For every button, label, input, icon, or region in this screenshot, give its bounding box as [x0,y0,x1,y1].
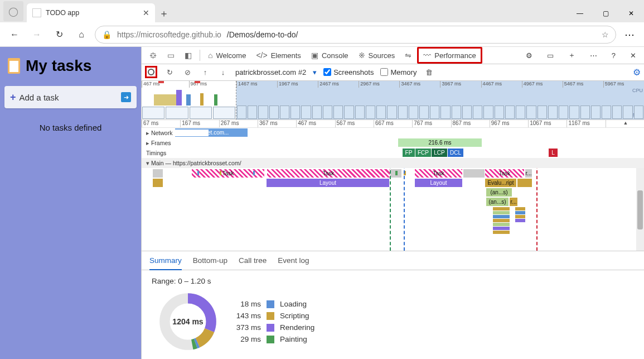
performance-toolbar: ↻ ⊘ ↑ ↓ patrickbrosset.com #2 ▾ Screensh… [142,64,644,81]
task-bar[interactable]: Task [267,169,390,178]
tab-welcome[interactable]: ⌂Welcome [204,47,250,64]
url-field[interactable]: 🔒 https://microsoftedge.github.io/Demos/… [95,26,616,44]
devtools-panel: ⯐ ▭ ◧ ⌂Welcome </>Elements ▣Console ※Sou… [141,47,644,359]
reload-button[interactable]: ↻ [50,26,68,44]
device-emulation-button[interactable]: ▭ [163,47,179,64]
network-track[interactable]: ▸ Network brosset.com... [142,128,644,138]
memory-toggle[interactable]: Memory [380,68,417,76]
tab-title: TODO app [46,9,79,17]
overview-cpu-label: CPU [632,88,643,93]
performance-overview[interactable]: 467 ms967 ms 1467 ms1967 [142,81,644,120]
inspect-element-button[interactable]: ⯐ [145,47,162,64]
tab-performance[interactable]: 〰Performance [417,47,482,64]
summary-total: 1204 ms [157,291,219,352]
tab-elements[interactable]: </>Elements [251,47,305,64]
main-thread-header[interactable]: ▾ Main — https://patrickbrosset.com/ [142,158,644,168]
summary-tab-eventlog[interactable]: Event log [278,256,309,265]
summary-tab-calltree[interactable]: Call tree [239,256,267,265]
home-button[interactable]: ⌂ [72,26,90,44]
minimize-button[interactable]: — [567,4,593,22]
detail-time-ruler[interactable]: 67 ms167 ms267 ms367 ms467 ms567 ms667 m… [142,120,644,128]
summary-donut-chart: 1204 ms [157,291,219,352]
tracks-area[interactable]: ▸ Network brosset.com... ▸ Frames 216.6 … [142,128,644,168]
flame-scrollbar[interactable] [636,168,644,251]
timing-load[interactable]: L [549,149,558,157]
legend-rendering: 373 msRendering [230,323,314,332]
page-favicon [32,8,41,17]
site-info-icon[interactable]: 🔒 [102,30,112,39]
dock-side-button[interactable]: ◧ [180,47,196,64]
settings-gear-icon[interactable]: ⚙ [521,47,537,64]
screenshots-toggle[interactable]: Screenshots [323,68,374,76]
anonymous-frame[interactable]: (an...s) [486,198,509,206]
close-devtools-button[interactable]: ✕ [626,47,641,64]
close-tab-icon[interactable]: ✕ [143,8,149,17]
timing-lcp[interactable]: LCP [432,149,447,157]
more-tabs-button[interactable]: ＋ [564,47,580,64]
load-profile-button[interactable]: ↑ [200,66,211,78]
tab-console[interactable]: ▣Console [307,47,353,64]
legend-painting: 29 msPainting [230,335,314,343]
flame-chart[interactable]: Task Task Task Task r... Layout Layout E… [142,168,644,251]
submit-task-icon[interactable]: ➜ [121,92,131,102]
devtools-tab-strip: ⯐ ▭ ◧ ⌂Welcome </>Elements ▣Console ※Sou… [142,47,644,64]
favorite-icon[interactable]: ☆ [602,30,609,39]
summary-range: Range: 0 – 1.20 s [152,277,634,285]
capture-settings-button[interactable]: ⚙ [633,67,641,78]
empty-state-text: No tasks defined [3,123,138,132]
browser-tab[interactable]: TODO app ✕ [27,3,155,22]
app-title: My tasks [26,57,91,75]
help-button[interactable]: ? [607,47,620,64]
profile-avatar[interactable]: ◯ [3,1,23,21]
devtools-menu-button[interactable]: ⋯ [585,47,602,64]
window-titlebar: ◯ TODO app ✕ ＋ — ▢ ✕ [0,0,644,22]
evaluate-script-bar[interactable]: Evalu...ript [485,179,516,187]
profile-selector[interactable]: patrickbrosset.com #2 [235,68,306,76]
tab-sources[interactable]: ※Sources [354,47,400,64]
todo-app-panel: My tasks + Add a task ➜ No tasks defined [0,47,141,359]
back-button[interactable]: ← [6,26,23,44]
address-bar: ← → ↻ ⌂ 🔒 https://microsoftedge.github.i… [0,22,644,47]
anonymous-frame[interactable]: (an...s) [486,188,512,197]
add-task-input[interactable]: + Add a task ➜ [4,86,137,108]
maximize-button[interactable]: ▢ [593,4,618,22]
timings-track[interactable]: Timings FP FCP LCP DCL L [142,148,644,158]
legend-scripting: 143 msScripting [230,312,314,320]
timing-fp[interactable]: FP [403,149,415,157]
summary-legend: 18 msLoading 143 msScripting 373 msRende… [230,300,314,343]
window-controls: — ▢ ✕ [567,4,644,22]
save-profile-button[interactable]: ↓ [217,66,229,78]
layout-bar[interactable]: Layout [415,179,462,187]
app-heading: My tasks [3,50,138,82]
new-tab-button[interactable]: ＋ [155,4,173,22]
record-button[interactable] [145,66,157,78]
reload-record-button[interactable]: ↻ [164,66,175,78]
frames-track[interactable]: ▸ Frames 216.6 ms [142,138,644,148]
forward-button[interactable]: → [28,26,46,44]
profile-dropdown-icon[interactable]: ▾ [313,68,317,76]
frame-bar[interactable]: 216.6 ms [398,138,482,147]
url-path: /Demos/demo-to-do/ [227,30,298,39]
task-bar[interactable]: Task [485,169,524,178]
legend-loading: 18 msLoading [230,300,314,308]
browser-menu-button[interactable]: ⋯ [621,28,638,41]
add-task-placeholder: Add a task [20,93,59,102]
clipboard-icon [8,58,20,74]
timing-dcl[interactable]: DCL [448,149,463,157]
summary-tab-strip: Summary Bottom-up Call tree Event log [142,251,644,270]
task-bar-small[interactable]: r... [525,169,532,178]
url-host: https://microsoftedge.github.io [117,30,221,39]
collect-garbage-button[interactable]: 🗑 [423,66,434,78]
clear-button[interactable]: ⊘ [182,66,193,78]
ruler-scroll-up[interactable]: ▲ [606,120,644,127]
timing-fcp[interactable]: FCP [415,149,431,157]
summary-tab-bottomup[interactable]: Bottom-up [193,256,227,265]
layout-bar[interactable]: Layout [267,179,389,187]
plus-icon: + [10,92,16,103]
tab-network-conditions[interactable]: ⇋ [400,47,416,64]
activity-bar-button[interactable]: ▭ [543,47,558,64]
close-window-button[interactable]: ✕ [618,4,644,22]
summary-tab-summary[interactable]: Summary [149,251,182,270]
task-bar[interactable]: Task [415,169,462,178]
summary-panel: Range: 0 – 1.20 s 1204 ms 18 msLoading 1… [142,270,644,359]
